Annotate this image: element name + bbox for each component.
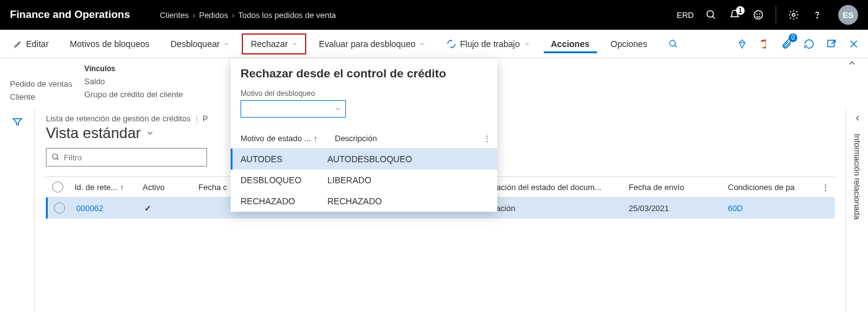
- svg-line-1: [712, 16, 715, 19]
- svg-rect-9: [828, 40, 835, 47]
- dropdown-row[interactable]: DESBLOQUEO LIBERADO: [231, 170, 497, 191]
- filter-sidebar: [0, 108, 35, 312]
- col-cond[interactable]: Condiciones de pa: [723, 177, 816, 197]
- active-tab-underline: [544, 51, 597, 53]
- evaluar-button[interactable]: Evaluar para desbloqueo: [310, 33, 434, 54]
- dd-row-code: RECHAZADO: [241, 196, 327, 206]
- smiley-icon[interactable]: [752, 9, 764, 21]
- search-icon: [668, 39, 678, 49]
- svg-point-2: [754, 11, 763, 19]
- gear-icon[interactable]: [787, 9, 800, 21]
- workflow-icon: [446, 39, 456, 49]
- breadcrumb-item[interactable]: Clientes: [160, 11, 189, 20]
- opciones-label: Opciones: [611, 39, 647, 49]
- sort-asc-icon: ↑: [313, 134, 317, 143]
- svg-point-5: [792, 14, 795, 17]
- dropdown-title: Rechazar desde el control de crédito: [241, 67, 487, 80]
- more-icon[interactable]: ⋮: [483, 134, 491, 143]
- related-info-label[interactable]: Información relacionada: [852, 134, 862, 220]
- view-name-label: Vista estándar: [46, 124, 141, 142]
- flujo-label: Flujo de trabajo: [460, 39, 520, 49]
- sort-asc-icon: ↑: [120, 183, 124, 192]
- refresh-icon[interactable]: [800, 35, 818, 53]
- motivos-label: Motivos de bloqueos: [70, 39, 149, 49]
- expand-rail-icon[interactable]: [853, 114, 862, 123]
- row-cond[interactable]: 60D: [723, 197, 816, 219]
- link-pedido[interactable]: Pedido de ventas: [10, 79, 84, 89]
- svg-point-3: [756, 14, 757, 14]
- dropdown-row[interactable]: AUTODES AUTODESBLOQUEO: [231, 149, 497, 170]
- svg-point-4: [760, 14, 760, 14]
- close-icon[interactable]: [844, 35, 863, 53]
- dropdown-field-label: Motivo del desbloqueo: [241, 89, 487, 98]
- select-all-cell[interactable]: [46, 177, 69, 197]
- topbar-right: ERD 1 ES: [677, 5, 858, 25]
- search-icon[interactable]: [705, 9, 717, 21]
- dd-col-desc[interactable]: Descripción: [335, 134, 487, 143]
- filter-input[interactable]: [64, 153, 202, 162]
- svg-point-6: [817, 17, 817, 18]
- breadcrumb-item[interactable]: Pedidos: [199, 11, 228, 20]
- attachments-icon[interactable]: 0: [777, 35, 796, 53]
- pencil-icon: [14, 40, 22, 48]
- motivos-button[interactable]: Motivos de bloqueos: [61, 33, 158, 54]
- breadcrumb-item[interactable]: Todos los pedidos de venta: [238, 11, 336, 20]
- search-button[interactable]: [660, 33, 687, 54]
- link-saldo[interactable]: Saldo: [84, 77, 183, 86]
- svg-point-7: [670, 40, 675, 46]
- row-select[interactable]: [48, 197, 71, 219]
- opciones-tab[interactable]: Opciones: [602, 33, 656, 54]
- attachment-count-badge: 0: [789, 33, 797, 42]
- links-col-left: Pedido de ventas Cliente: [10, 64, 84, 95]
- app-title: Finance and Operations: [10, 9, 130, 21]
- dd-col-motivo[interactable]: Motivo de estado ... ↑: [241, 134, 327, 143]
- dropdown-column-header: Motivo de estado ... ↑ Descripción ⋮: [231, 129, 497, 149]
- col-activo[interactable]: Activo: [138, 177, 193, 197]
- edit-button[interactable]: Editar: [5, 33, 58, 54]
- col-more[interactable]: ⋮: [816, 177, 835, 197]
- row-envio: 25/03/2021: [624, 197, 723, 219]
- rechazar-button[interactable]: Rechazar: [242, 33, 306, 54]
- desbloquear-label: Desbloquear: [170, 39, 219, 49]
- svg-line-8: [675, 45, 676, 47]
- breadcrumb: Clientes › Pedidos › Todos los pedidos d…: [160, 11, 336, 20]
- motivo-select[interactable]: [241, 100, 346, 118]
- search-icon: [51, 153, 60, 162]
- acciones-tab[interactable]: Acciones: [542, 33, 598, 54]
- top-bar: Finance and Operations Clientes › Pedido…: [0, 0, 868, 30]
- link-cliente[interactable]: Cliente: [10, 92, 84, 102]
- right-rail: Información relacionada: [846, 108, 868, 312]
- col-id[interactable]: Id. de rete...↑: [69, 177, 138, 197]
- dd-row-desc: LIBERADO: [327, 175, 487, 185]
- link-grupo[interactable]: Grupo de crédito del cliente: [84, 90, 183, 99]
- dd-row-desc: AUTODESBLOQUEO: [327, 154, 487, 164]
- row-more: [816, 197, 835, 219]
- col-envio[interactable]: Fecha de envío: [624, 177, 723, 197]
- row-activo: ✓: [140, 197, 195, 219]
- popout-icon[interactable]: [822, 35, 841, 53]
- chevron-down-icon: [334, 105, 342, 113]
- notification-count-badge: 1: [736, 6, 745, 15]
- rechazar-dropdown: Rechazar desde el control de crédito Mot…: [231, 58, 497, 212]
- diamond-icon[interactable]: [733, 35, 751, 53]
- chevron-down-icon: [146, 129, 154, 137]
- user-avatar[interactable]: ES: [838, 5, 858, 25]
- help-icon[interactable]: [811, 9, 823, 21]
- action-bar: Editar Motivos de bloqueos Desbloquear R…: [0, 30, 868, 58]
- flujo-button[interactable]: Flujo de trabajo: [438, 33, 539, 54]
- filter-icon[interactable]: [12, 116, 23, 312]
- desbloquear-button[interactable]: Desbloquear: [162, 33, 238, 54]
- links-col-right: Vínculos Saldo Grupo de crédito del clie…: [84, 64, 183, 95]
- collapse-icon[interactable]: [847, 58, 857, 68]
- svg-point-12: [53, 154, 58, 159]
- company-code[interactable]: ERD: [677, 11, 694, 20]
- dd-row-code: AUTODES: [241, 154, 327, 164]
- notifications-icon[interactable]: 1: [728, 9, 741, 21]
- acciones-label: Acciones: [551, 39, 590, 49]
- dropdown-row[interactable]: RECHAZADO RECHAZADO: [231, 191, 497, 212]
- chevron-down-icon: [291, 41, 298, 47]
- row-id[interactable]: 000062: [71, 197, 140, 219]
- filter-input-wrap[interactable]: [46, 148, 207, 167]
- chevron-down-icon: [223, 41, 229, 47]
- office-icon[interactable]: [755, 35, 774, 53]
